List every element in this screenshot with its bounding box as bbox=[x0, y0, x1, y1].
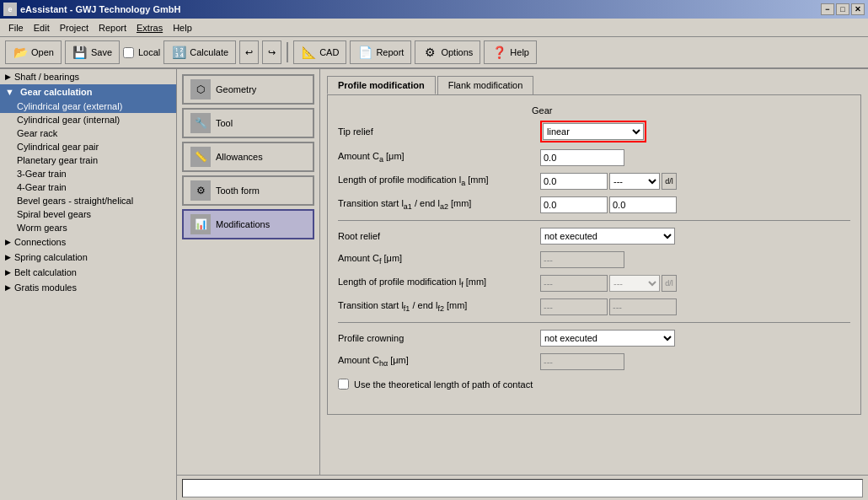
geometry-button[interactable]: ⬡ Geometry bbox=[182, 74, 314, 105]
amount-ca-label: Amount Ca [μm] bbox=[338, 151, 540, 164]
menu-help[interactable]: Help bbox=[168, 21, 197, 35]
profile-crowning-label: Profile crowning bbox=[338, 333, 540, 343]
root-relief-select[interactable]: not executed bbox=[540, 228, 675, 245]
help-icon: ❓ bbox=[491, 45, 506, 60]
amount-cha-input bbox=[540, 353, 624, 370]
content-area: ⬡ Geometry 🔧 Tool 📏 Allowances ⚙ Tooth f… bbox=[177, 69, 868, 500]
sidebar-item-3gear[interactable]: 3-Gear train bbox=[0, 167, 176, 180]
amount-ca-row: Amount Ca [μm] bbox=[338, 149, 850, 166]
length-mod-la-select[interactable]: --- bbox=[609, 173, 660, 190]
length-mod-la-input[interactable] bbox=[540, 173, 608, 190]
sidebar-item-cylindrical-external[interactable]: Cylindrical gear (external) bbox=[0, 99, 176, 113]
arrow-icon: ▶ bbox=[5, 73, 11, 81]
sidebar-item-gear-rack[interactable]: Gear rack bbox=[0, 126, 176, 140]
cad-button[interactable]: 📐 CAD bbox=[293, 40, 346, 64]
tooth-form-icon: ⚙ bbox=[190, 180, 211, 201]
sidebar-item-belt[interactable]: ▶ Belt calculation bbox=[0, 265, 176, 280]
tab-flank-modification[interactable]: Flank modification bbox=[437, 76, 534, 94]
transition-la-row: Transition start la1 / end la2 [mm] bbox=[338, 196, 850, 213]
calculate-icon: 🔢 bbox=[171, 45, 186, 60]
root-relief-row: Root relief not executed bbox=[338, 228, 850, 245]
report-icon: 📄 bbox=[357, 45, 372, 60]
local-checkbox[interactable] bbox=[123, 47, 134, 58]
transition-la-label: Transition start la1 / end la2 [mm] bbox=[338, 198, 540, 211]
menu-report[interactable]: Report bbox=[94, 21, 131, 35]
amount-cf-row: Amount Cf [μm] bbox=[338, 251, 850, 268]
length-mod-lf-input bbox=[540, 275, 608, 292]
checkbox-row: Use the theoretical length of path of co… bbox=[338, 379, 850, 390]
redo-button[interactable]: ↪ bbox=[262, 40, 281, 64]
app-icon: e bbox=[3, 3, 17, 16]
profile-crowning-select[interactable]: not executed bbox=[540, 330, 675, 347]
minimize-button[interactable]: − bbox=[821, 3, 834, 15]
help-button[interactable]: ❓ Help bbox=[484, 40, 537, 64]
sidebar-item-cylindrical-pair[interactable]: Cylindrical gear pair bbox=[0, 140, 176, 153]
button-panel: ⬡ Geometry 🔧 Tool 📏 Allowances ⚙ Tooth f… bbox=[177, 69, 320, 475]
checkbox-label: Use the theoretical length of path of co… bbox=[354, 379, 533, 390]
menu-bar: File Edit Project Report Extras Help bbox=[0, 19, 868, 37]
amount-cf-label: Amount Cf [μm] bbox=[338, 253, 540, 266]
sidebar-gear-calculation-header[interactable]: ▼ Gear calculation bbox=[0, 84, 176, 99]
geometry-icon: ⬡ bbox=[190, 79, 211, 99]
status-bar bbox=[177, 475, 868, 500]
sidebar-item-spiral[interactable]: Spiral bevel gears bbox=[0, 207, 176, 221]
close-button[interactable]: ✕ bbox=[851, 3, 865, 15]
transition-lf2-input bbox=[609, 298, 677, 315]
open-button[interactable]: 📂 Open bbox=[5, 40, 62, 64]
menu-extras[interactable]: Extras bbox=[131, 21, 168, 35]
tip-relief-highlight: linear bbox=[540, 121, 646, 142]
title-text: eAssistant - GWJ Technology GmbH bbox=[20, 4, 181, 14]
transition-lf-label: Transition start lf1 / end lf2 [mm] bbox=[338, 300, 540, 313]
menu-edit[interactable]: Edit bbox=[29, 21, 55, 35]
section-divider-2 bbox=[338, 322, 850, 323]
sidebar: ▶ Shaft / bearings ▼ Gear calculation Cy… bbox=[0, 69, 177, 500]
sidebar-item-spring[interactable]: ▶ Spring calculation bbox=[0, 250, 176, 265]
report-button[interactable]: 📄 Report bbox=[350, 40, 411, 64]
right-content: Profile modification Flank modification … bbox=[320, 69, 868, 475]
sidebar-item-connections[interactable]: ▶ Connections bbox=[0, 234, 176, 250]
sidebar-item-cylindrical-internal[interactable]: Cylindrical gear (internal) bbox=[0, 113, 176, 126]
calculate-button[interactable]: 🔢 Calculate bbox=[163, 40, 236, 64]
arrow-icon-spring: ▶ bbox=[5, 253, 11, 261]
toolbar-separator bbox=[287, 42, 288, 62]
options-button[interactable]: ⚙ Options bbox=[415, 40, 480, 64]
cad-icon: 📐 bbox=[301, 45, 316, 60]
status-input[interactable] bbox=[182, 479, 863, 497]
menu-file[interactable]: File bbox=[3, 21, 29, 35]
transition-la2-input[interactable] bbox=[609, 196, 677, 213]
save-button[interactable]: 💾 Save bbox=[65, 40, 120, 64]
sidebar-item-shaft-bearings[interactable]: ▶ Shaft / bearings bbox=[0, 69, 176, 84]
length-mod-lf-group: --- d/l bbox=[540, 275, 677, 292]
root-relief-label: Root relief bbox=[338, 231, 540, 241]
maximize-button[interactable]: □ bbox=[836, 3, 849, 15]
sidebar-item-planetary[interactable]: Planetary gear train bbox=[0, 153, 176, 167]
middle-panel: ⬡ Geometry 🔧 Tool 📏 Allowances ⚙ Tooth f… bbox=[177, 69, 868, 475]
open-icon: 📂 bbox=[13, 45, 28, 60]
tip-relief-select[interactable]: linear bbox=[543, 123, 644, 140]
menu-project[interactable]: Project bbox=[55, 21, 94, 35]
tip-relief-row: Tip relief linear bbox=[338, 121, 850, 142]
undo-button[interactable]: ↩ bbox=[239, 40, 259, 64]
toolbar: 📂 Open 💾 Save Local 🔢 Calculate ↩ ↪ 📐 CA… bbox=[0, 37, 868, 69]
section-divider-1 bbox=[338, 220, 850, 221]
amount-ca-input[interactable] bbox=[540, 149, 624, 166]
sidebar-item-gratis[interactable]: ▶ Gratis modules bbox=[0, 280, 176, 295]
length-mod-la-extra-btn[interactable]: d/l bbox=[662, 173, 677, 190]
tool-icon: 🔧 bbox=[190, 113, 211, 133]
theoretical-length-checkbox[interactable] bbox=[338, 379, 349, 390]
modifications-button[interactable]: 📊 Modifications bbox=[182, 209, 314, 239]
transition-lf-row: Transition start lf1 / end lf2 [mm] bbox=[338, 298, 850, 315]
tab-profile-modification[interactable]: Profile modification bbox=[327, 76, 436, 94]
arrow-icon-gratis: ▶ bbox=[5, 283, 11, 292]
length-mod-la-group: --- d/l bbox=[540, 173, 677, 190]
allowances-button[interactable]: 📏 Allowances bbox=[182, 142, 314, 172]
sidebar-item-4gear[interactable]: 4-Gear train bbox=[0, 180, 176, 194]
transition-lf1-input bbox=[540, 298, 608, 315]
sidebar-item-bevel[interactable]: Bevel gears - straight/helical bbox=[0, 194, 176, 207]
sidebar-item-worm[interactable]: Worm gears bbox=[0, 221, 176, 234]
tool-button[interactable]: 🔧 Tool bbox=[182, 108, 314, 138]
gear-header: Gear bbox=[532, 105, 850, 116]
tooth-form-button[interactable]: ⚙ Tooth form bbox=[182, 175, 314, 206]
options-icon: ⚙ bbox=[422, 45, 437, 60]
transition-la1-input[interactable] bbox=[540, 196, 608, 213]
